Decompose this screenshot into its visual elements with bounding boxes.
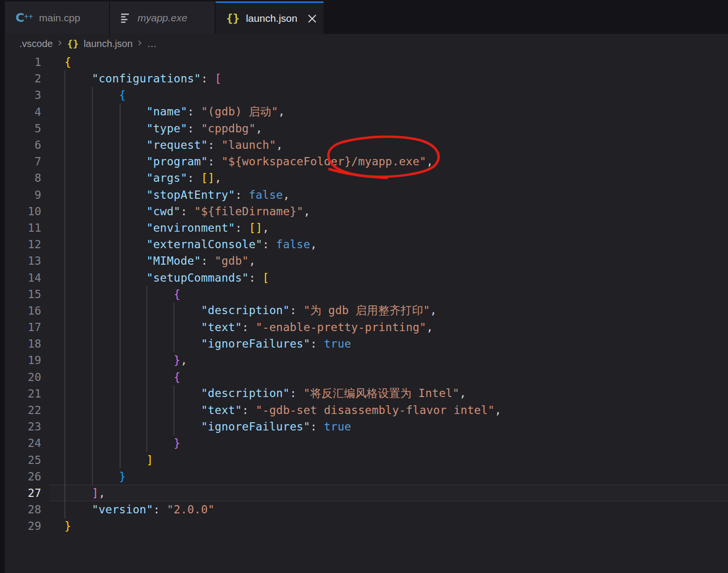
code-line[interactable]: 25 ] xyxy=(0,452,728,468)
code-line-text: "description": "将反汇编风格设置为 Intel", xyxy=(64,386,466,401)
line-number[interactable]: 7 xyxy=(0,155,41,168)
code-line-text: "ignoreFailures": true xyxy=(64,337,351,350)
line-number[interactable]: 4 xyxy=(0,106,41,118)
code-line[interactable]: 24 } xyxy=(0,435,728,451)
indent-guide xyxy=(120,104,121,468)
tab-main-cpp[interactable]: C++ main.cpp xyxy=(5,1,109,34)
code-line-text: { xyxy=(64,56,71,68)
code-line[interactable]: 5 "type": "cppdbg", xyxy=(0,120,728,137)
line-number[interactable]: 22 xyxy=(0,404,41,416)
code-line-text: "ignoreFailures": true xyxy=(64,420,351,433)
code-line-text: "version": "2.0.0" xyxy=(64,503,215,516)
breadcrumb-more[interactable]: … xyxy=(147,38,156,49)
code-line[interactable]: 3 { xyxy=(0,87,728,103)
code-line[interactable]: 1{ xyxy=(0,54,728,70)
code-line-text: "type": "cppdbg", xyxy=(64,122,263,135)
code-line[interactable]: 26 } xyxy=(0,468,728,485)
tab-myapp-exe[interactable]: myapp.exe xyxy=(110,1,215,34)
code-line[interactable]: 18 "ignoreFailures": true xyxy=(0,335,728,352)
line-number[interactable]: 15 xyxy=(0,288,41,301)
editor-tab-bar: C++ main.cpp myapp.exe {} launch.json xyxy=(5,0,728,34)
indent-guide xyxy=(173,385,174,435)
line-number[interactable]: 20 xyxy=(0,371,41,383)
code-line[interactable]: 19 }, xyxy=(0,352,728,368)
code-line[interactable]: 6 "request": "launch", xyxy=(0,137,728,153)
chevron-right-icon: › xyxy=(138,36,142,49)
code-line-text: "environment": [], xyxy=(64,222,269,234)
code-line-text: { xyxy=(64,288,181,301)
code-line-text: "text": "-gdb-set disassembly-flavor int… xyxy=(64,404,501,416)
code-line-text: "stopAtEntry": false, xyxy=(64,189,290,201)
line-number[interactable]: 11 xyxy=(0,222,41,234)
code-line[interactable]: 20 { xyxy=(0,369,728,385)
line-number[interactable]: 17 xyxy=(0,321,41,334)
code-line[interactable]: 17 "text": "-enable-pretty-printing", xyxy=(0,319,728,335)
code-line[interactable]: 4 "name": "(gdb) 启动", xyxy=(0,104,728,120)
line-number[interactable]: 5 xyxy=(0,122,41,135)
line-number[interactable]: 6 xyxy=(0,139,41,151)
code-line[interactable]: 10 "cwd": "${fileDirname}", xyxy=(0,203,728,220)
code-line[interactable]: 13 "MIMode": "gdb", xyxy=(0,253,728,269)
code-line[interactable]: 21 "description": "将反汇编风格设置为 Intel", xyxy=(0,385,728,402)
code-line[interactable]: 14 "setupCommands": [ xyxy=(0,269,728,286)
line-number[interactable]: 9 xyxy=(0,189,41,201)
code-line-text: "request": "launch", xyxy=(64,139,283,151)
json-file-icon: {} xyxy=(226,13,240,24)
current-line-highlight xyxy=(49,485,728,501)
code-line[interactable]: 7 "program": "${workspaceFolder}/myapp.e… xyxy=(0,153,728,170)
line-number[interactable]: 14 xyxy=(0,271,41,284)
indent-guide xyxy=(146,286,147,452)
close-icon[interactable] xyxy=(308,14,317,23)
code-line[interactable]: 11 "environment": [], xyxy=(0,220,728,236)
code-line-text: { xyxy=(64,371,181,383)
line-number[interactable]: 2 xyxy=(0,72,41,85)
code-line[interactable]: 16 "description": "为 gdb 启用整齐打印", xyxy=(0,302,728,319)
tab-label: launch.json xyxy=(246,13,297,24)
code-line[interactable]: 15 { xyxy=(0,286,728,302)
code-line[interactable]: 22 "text": "-gdb-set disassembly-flavor … xyxy=(0,402,728,418)
line-number[interactable]: 10 xyxy=(0,205,41,218)
code-line-text: { xyxy=(64,89,126,101)
indent-guide xyxy=(173,302,174,352)
code-line-text: } xyxy=(64,470,126,483)
breadcrumb-file[interactable]: launch.json xyxy=(84,38,133,49)
code-line-text: "externalConsole": false, xyxy=(64,238,317,251)
code-line[interactable]: 23 "ignoreFailures": true xyxy=(0,418,728,435)
breadcrumb-folder[interactable]: .vscode xyxy=(19,38,53,49)
code-line-text: "cwd": "${fileDirname}", xyxy=(64,205,310,218)
code-line[interactable]: 29} xyxy=(0,518,728,534)
line-number[interactable]: 21 xyxy=(0,387,41,400)
code-line-text: ] xyxy=(64,454,153,466)
tab-label: main.cpp xyxy=(39,12,80,24)
line-number[interactable]: 16 xyxy=(0,304,41,317)
line-number[interactable]: 25 xyxy=(0,454,41,466)
chevron-right-icon: › xyxy=(58,36,62,49)
line-number[interactable]: 1 xyxy=(0,56,41,68)
tab-label: myapp.exe xyxy=(138,12,187,24)
line-number[interactable]: 13 xyxy=(0,255,41,267)
indent-guide xyxy=(64,70,65,518)
code-line[interactable]: 2 "configurations": [ xyxy=(0,70,728,87)
line-number[interactable]: 29 xyxy=(0,520,41,532)
code-area[interactable]: 1{2 "configurations": [3 {4 "name": "(gd… xyxy=(0,54,728,534)
line-number[interactable]: 12 xyxy=(0,238,41,251)
indent-guide xyxy=(92,87,93,485)
line-number[interactable]: 26 xyxy=(0,470,41,483)
line-number[interactable]: 24 xyxy=(0,437,41,449)
breadcrumb: .vscode › {} launch.json › … xyxy=(5,34,728,53)
line-number[interactable]: 27 xyxy=(0,487,41,499)
json-file-icon: {} xyxy=(67,39,79,48)
line-number[interactable]: 28 xyxy=(0,503,41,516)
code-line[interactable]: 12 "externalConsole": false, xyxy=(0,236,728,253)
line-number[interactable]: 23 xyxy=(0,420,41,433)
code-line[interactable]: 8 "args": [], xyxy=(0,170,728,186)
binary-file-icon xyxy=(121,12,131,24)
line-number[interactable]: 18 xyxy=(0,337,41,350)
code-line-text: }, xyxy=(64,354,187,366)
line-number[interactable]: 8 xyxy=(0,172,41,184)
code-line[interactable]: 9 "stopAtEntry": false, xyxy=(0,187,728,203)
code-line[interactable]: 28 "version": "2.0.0" xyxy=(0,501,728,518)
line-number[interactable]: 3 xyxy=(0,89,41,101)
tab-launch-json[interactable]: {} launch.json xyxy=(216,1,324,34)
line-number[interactable]: 19 xyxy=(0,354,41,366)
